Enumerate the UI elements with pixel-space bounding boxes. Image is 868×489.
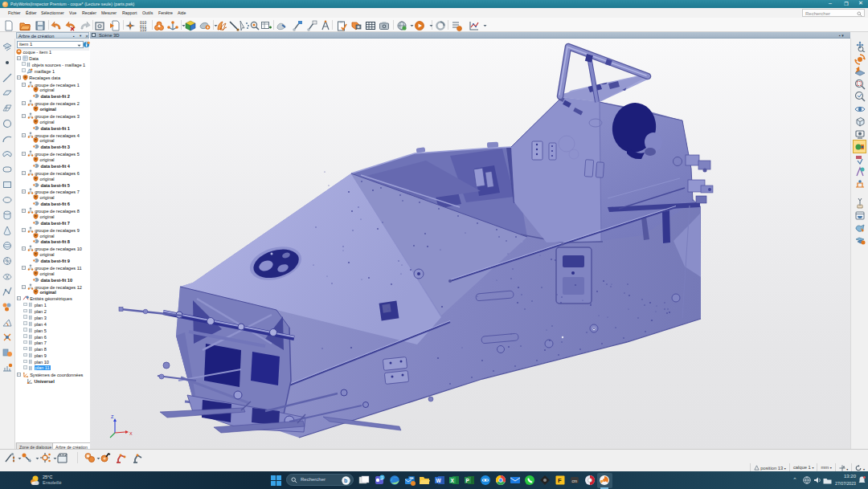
- svg-text:W: W: [436, 478, 442, 483]
- svg-text:110: 110: [140, 28, 146, 31]
- svg-text:X: X: [451, 478, 455, 483]
- svg-text:P: P: [466, 478, 470, 483]
- svg-text:cm: cm: [572, 479, 578, 483]
- svg-text:X: X: [129, 431, 133, 436]
- svg-text:F: F: [558, 477, 562, 484]
- svg-text:b: b: [344, 478, 347, 483]
- svg-text:Z: Z: [111, 414, 114, 419]
